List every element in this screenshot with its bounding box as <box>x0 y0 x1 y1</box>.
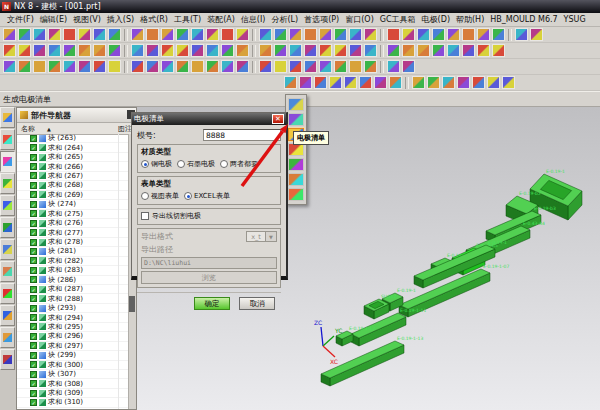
close-icon[interactable]: ✕ <box>272 114 284 124</box>
resource-tab-hd3d-tool[interactable] <box>0 195 15 216</box>
toolbar-icon[interactable] <box>146 44 159 57</box>
toolbar-icon[interactable] <box>131 60 144 73</box>
checked-checkbox[interactable]: ✓ <box>30 390 37 397</box>
toolbar-icon[interactable] <box>206 44 219 57</box>
radio-option-0[interactable]: 铜电极 <box>141 159 172 169</box>
checked-checkbox[interactable]: ✓ <box>30 163 37 170</box>
toolbar-icon[interactable] <box>427 76 440 89</box>
toolbar-icon[interactable] <box>402 44 415 57</box>
tree-row[interactable]: ✓求和 (310) <box>17 398 129 407</box>
checked-checkbox[interactable]: ✓ <box>30 267 37 274</box>
toolbar-icon[interactable] <box>462 28 475 41</box>
toolbar-icon[interactable] <box>442 76 455 89</box>
checked-checkbox[interactable]: ✓ <box>30 314 37 321</box>
toolbar-icon[interactable] <box>161 28 174 41</box>
toolbar-icon[interactable] <box>274 44 287 57</box>
toolbar-icon[interactable] <box>206 60 219 73</box>
flyout-tool-icon[interactable] <box>288 158 304 171</box>
menu-item-8[interactable]: 分析(L) <box>268 14 301 25</box>
checked-checkbox[interactable]: ✓ <box>30 333 37 340</box>
radio-option-2[interactable]: 两者都要 <box>220 159 258 169</box>
resource-tab-customer-defaults[interactable] <box>0 305 15 326</box>
wire-cut-option[interactable]: 导出线切割电极 <box>141 211 277 221</box>
radio-option-1[interactable]: EXCEL表单 <box>184 191 230 201</box>
checked-checkbox[interactable]: ✓ <box>30 352 37 359</box>
checked-checkbox[interactable]: ✓ <box>30 286 37 293</box>
toolbar-icon[interactable] <box>236 60 249 73</box>
toolbar-icon[interactable] <box>344 76 357 89</box>
checked-checkbox[interactable]: ✓ <box>30 201 37 208</box>
resource-tab-constraint-navigator[interactable] <box>0 129 15 150</box>
toolbar-icon[interactable] <box>487 76 500 89</box>
ok-button[interactable]: 确定 <box>194 297 230 310</box>
menu-item-5[interactable]: 工具(T) <box>171 14 204 25</box>
checked-checkbox[interactable]: ✓ <box>30 239 37 246</box>
toolbar-icon[interactable] <box>18 28 31 41</box>
resource-tab-palette[interactable] <box>0 283 15 304</box>
resource-tab-process-studio[interactable] <box>0 261 15 282</box>
resource-tab-history[interactable] <box>0 239 15 260</box>
radio-option-0[interactable]: 视图表单 <box>141 191 179 201</box>
toolbar-icon[interactable] <box>304 28 317 41</box>
toolbar-icon[interactable] <box>63 28 76 41</box>
menu-item-4[interactable]: 格式(R) <box>137 14 171 25</box>
name-column-label[interactable]: 名称 <box>21 124 35 134</box>
wire-cut-checkbox[interactable] <box>141 212 149 220</box>
toolbar-icon[interactable] <box>289 28 302 41</box>
checked-checkbox[interactable]: ✓ <box>30 229 37 236</box>
toolbar-icon[interactable] <box>374 76 387 89</box>
toolbar-icon[interactable] <box>349 60 362 73</box>
toolbar-icon[interactable] <box>502 76 515 89</box>
toolbar-icon[interactable] <box>18 60 31 73</box>
toolbar-icon[interactable] <box>176 28 189 41</box>
radio-selected-icon[interactable] <box>184 192 192 200</box>
toolbar-icon[interactable] <box>457 76 470 89</box>
toolbar-icon[interactable] <box>462 44 475 57</box>
menu-item-6[interactable]: 装配(A) <box>204 14 238 25</box>
toolbar-icon[interactable] <box>93 28 106 41</box>
checked-checkbox[interactable]: ✓ <box>30 172 37 179</box>
toolbar-icon[interactable] <box>161 60 174 73</box>
toolbar-icon[interactable] <box>387 28 400 41</box>
radio-option-1[interactable]: 石墨电极 <box>177 159 215 169</box>
toolbar-icon[interactable] <box>289 44 302 57</box>
toolbar-icon[interactable] <box>319 44 332 57</box>
cancel-button[interactable]: 取消 <box>239 297 275 310</box>
toolbar-icon[interactable] <box>359 76 372 89</box>
checked-checkbox[interactable]: ✓ <box>30 361 37 368</box>
toolbar-icon[interactable] <box>447 44 460 57</box>
toolbar-icon[interactable] <box>314 76 327 89</box>
toolbar-icon[interactable] <box>131 28 144 41</box>
toolbar-icon[interactable] <box>530 28 543 41</box>
toolbar-icon[interactable] <box>472 76 485 89</box>
checked-checkbox[interactable]: ✓ <box>30 295 37 302</box>
menu-item-15[interactable]: YSUG <box>561 15 589 24</box>
toolbar-icon[interactable] <box>447 28 460 41</box>
toolbar-icon[interactable] <box>319 28 332 41</box>
checked-checkbox[interactable]: ✓ <box>30 342 37 349</box>
menu-item-11[interactable]: GC工具箱 <box>377 14 419 25</box>
toolbar-icon[interactable] <box>131 44 144 57</box>
toolbar-icon[interactable] <box>3 60 16 73</box>
toolbar-icon[interactable] <box>221 28 234 41</box>
menu-item-1[interactable]: 编辑(E) <box>37 14 70 25</box>
checked-checkbox[interactable]: ✓ <box>30 191 37 198</box>
checked-checkbox[interactable]: ✓ <box>30 248 37 255</box>
toolbar-icon[interactable] <box>477 44 490 57</box>
toolbar-icon[interactable] <box>176 60 189 73</box>
toolbar-icon[interactable] <box>108 60 121 73</box>
toolbar-icon[interactable] <box>259 44 272 57</box>
radio-icon[interactable] <box>220 160 228 168</box>
checked-checkbox[interactable]: ✓ <box>30 305 37 312</box>
toolbar-icon[interactable] <box>48 28 61 41</box>
toolbar-icon[interactable] <box>259 60 272 73</box>
toolbar-icon[interactable] <box>334 60 347 73</box>
toolbar-icon[interactable] <box>477 28 490 41</box>
toolbar-icon[interactable] <box>33 60 46 73</box>
toolbar-icon[interactable] <box>412 76 425 89</box>
checked-checkbox[interactable]: ✓ <box>30 210 37 217</box>
toolbar-icon[interactable] <box>417 28 430 41</box>
toolbar-icon[interactable] <box>289 60 302 73</box>
toolbar-icon[interactable] <box>364 60 377 73</box>
menu-item-0[interactable]: 文件(F) <box>4 14 37 25</box>
